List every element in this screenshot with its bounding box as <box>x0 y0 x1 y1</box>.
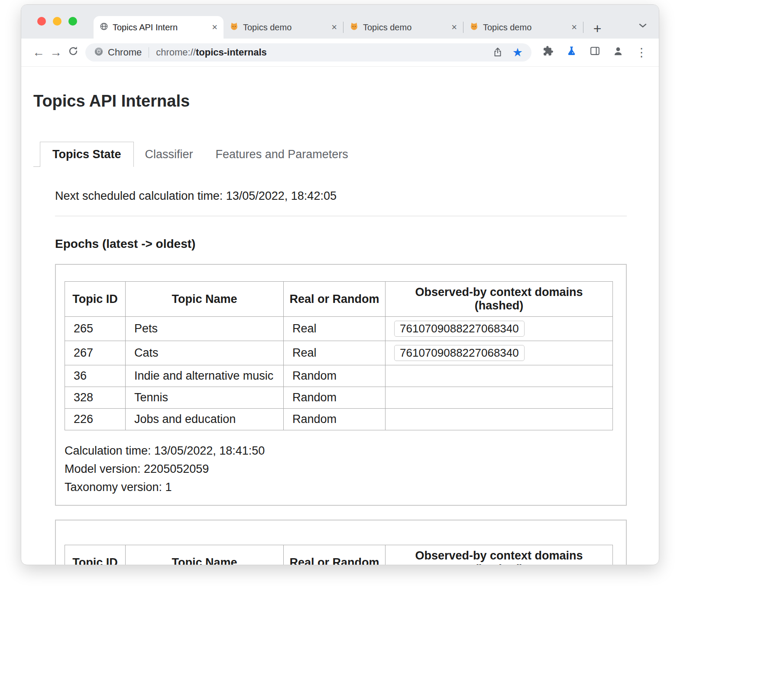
domains-cell: 7610709088227068340 <box>386 317 613 341</box>
table-header-row: Topic ID Topic Name Real or Random Obser… <box>65 545 613 566</box>
column-header-topic-id: Topic ID <box>65 282 126 317</box>
calculation-time: Calculation time: 13/05/2022, 18:41:50 <box>65 442 617 460</box>
share-icon <box>492 47 503 59</box>
flask-extension-button[interactable] <box>563 44 580 61</box>
domains-cell <box>386 409 613 430</box>
real-or-random-cell: Real <box>284 317 386 341</box>
tab-title: Topics API Intern <box>113 23 207 33</box>
profile-button[interactable] <box>609 44 627 61</box>
reload-icon <box>68 46 79 60</box>
window-close-button[interactable] <box>37 17 46 26</box>
tab-close-button[interactable]: × <box>451 23 457 32</box>
forward-button[interactable]: → <box>47 44 65 61</box>
table-row: 226 Jobs and education Random <box>65 409 613 430</box>
table-row: 328 Tennis Random <box>65 387 613 409</box>
tab-close-button[interactable]: × <box>212 23 217 32</box>
tab-title: Topics demo <box>483 23 567 33</box>
topic-id-cell: 328 <box>65 387 126 409</box>
tab-topics-state[interactable]: Topics State <box>40 142 134 167</box>
tab-close-button[interactable]: × <box>331 23 337 32</box>
domains-cell <box>386 365 613 387</box>
epochs-heading: Epochs (latest -> oldest) <box>55 237 627 251</box>
tab-title: Topics demo <box>363 23 447 33</box>
column-header-topic-name: Topic Name <box>126 545 284 566</box>
profile-icon <box>612 46 624 60</box>
browser-window: Topics API Intern × Topics demo × <box>21 4 659 565</box>
model-version: Model version: 2205052059 <box>65 460 617 478</box>
url-host: topics-internals <box>196 47 267 58</box>
table-row: 36 Indie and alternative music Random <box>65 365 613 387</box>
cat-icon <box>230 22 239 33</box>
address-bar[interactable]: Chrome chrome://topics-internals ★ <box>85 43 531 62</box>
section-divider <box>55 216 627 216</box>
tab-features-parameters[interactable]: Features and Parameters <box>204 142 360 167</box>
topic-name-cell: Indie and alternative music <box>126 365 284 387</box>
back-button[interactable]: ← <box>30 44 47 61</box>
real-or-random-cell: Random <box>284 409 386 430</box>
column-header-topic-name: Topic Name <box>126 282 284 317</box>
tab-search-button[interactable] <box>637 21 648 31</box>
menu-button[interactable]: ⋮ <box>633 44 650 61</box>
table-row: 267 Cats Real 7610709088227068340 <box>65 341 613 365</box>
browser-tabs: Topics API Intern × Topics demo × <box>94 16 606 39</box>
topic-id-cell: 226 <box>65 409 126 430</box>
url-scheme: chrome:// <box>156 47 196 58</box>
site-label: Chrome <box>108 47 142 58</box>
real-or-random-cell: Random <box>284 387 386 409</box>
tab-title: Topics demo <box>243 23 327 33</box>
column-header-real-or-random: Real or Random <box>284 545 386 566</box>
domains-cell <box>386 387 613 409</box>
topic-id-cell: 36 <box>65 365 126 387</box>
next-calculation-time: Next scheduled calculation time: 13/05/2… <box>55 189 627 203</box>
page-title: Topics API Internals <box>33 92 647 111</box>
page-content: Topics API Internals Topics State Classi… <box>21 92 659 565</box>
window-minimize-button[interactable] <box>53 17 62 26</box>
share-button[interactable] <box>492 47 503 59</box>
traffic-lights <box>37 17 77 26</box>
page-tabs: Topics State Classifier Features and Par… <box>33 142 647 167</box>
hashed-domain-chip: 7610709088227068340 <box>394 345 525 361</box>
epoch-metadata: Calculation time: 13/05/2022, 18:41:50 M… <box>65 442 617 496</box>
column-header-real-or-random: Real or Random <box>284 282 386 317</box>
browser-tab-topics-demo-1[interactable]: Topics demo × <box>224 16 343 39</box>
epoch-box-1: Topic ID Topic Name Real or Random Obser… <box>55 264 627 506</box>
real-or-random-cell: Random <box>284 365 386 387</box>
address-divider <box>149 47 149 58</box>
table-header-row: Topic ID Topic Name Real or Random Obser… <box>65 282 613 317</box>
domains-cell: 7610709088227068340 <box>386 341 613 365</box>
browser-tab-topics-demo-3[interactable]: Topics demo × <box>463 16 583 39</box>
epoch-box-2: Topic ID Topic Name Real or Random Obser… <box>55 520 627 565</box>
side-panel-icon <box>590 46 600 59</box>
bookmark-star-button[interactable]: ★ <box>512 47 523 59</box>
topic-name-cell: Cats <box>126 341 284 365</box>
url-text: chrome://topics-internals <box>156 47 267 58</box>
cat-icon <box>470 22 479 33</box>
column-header-topic-id: Topic ID <box>65 545 126 566</box>
side-panel-button[interactable] <box>586 44 603 61</box>
topic-name-cell: Jobs and education <box>126 409 284 430</box>
puzzle-icon <box>543 46 554 59</box>
new-tab-button[interactable]: + <box>589 19 606 39</box>
epoch-table-1: Topic ID Topic Name Real or Random Obser… <box>65 281 613 430</box>
tab-classifier[interactable]: Classifier <box>134 142 204 167</box>
globe-icon <box>100 22 108 33</box>
tab-strip: Topics API Intern × Topics demo × <box>21 5 659 39</box>
browser-tab-topics-internals[interactable]: Topics API Intern × <box>94 16 224 39</box>
chrome-logo-icon <box>94 47 104 58</box>
tab-close-button[interactable]: × <box>571 23 577 32</box>
flask-icon <box>566 46 577 59</box>
chevron-down-icon <box>639 23 647 29</box>
topic-id-cell: 265 <box>65 317 126 341</box>
topic-id-cell: 267 <box>65 341 126 365</box>
extensions-button[interactable] <box>539 44 557 61</box>
browser-tab-topics-demo-2[interactable]: Topics demo × <box>343 16 463 39</box>
hashed-domain-chip: 7610709088227068340 <box>394 321 525 337</box>
toolbar-actions: ⋮ <box>539 44 650 61</box>
column-header-observed-domains: Observed-by context domains (hashed) <box>386 545 613 566</box>
topic-name-cell: Tennis <box>126 387 284 409</box>
window-zoom-button[interactable] <box>68 17 77 26</box>
tab-separator <box>583 22 583 33</box>
reload-button[interactable] <box>65 44 82 61</box>
topic-name-cell: Pets <box>126 317 284 341</box>
table-row: 265 Pets Real 7610709088227068340 <box>65 317 613 341</box>
